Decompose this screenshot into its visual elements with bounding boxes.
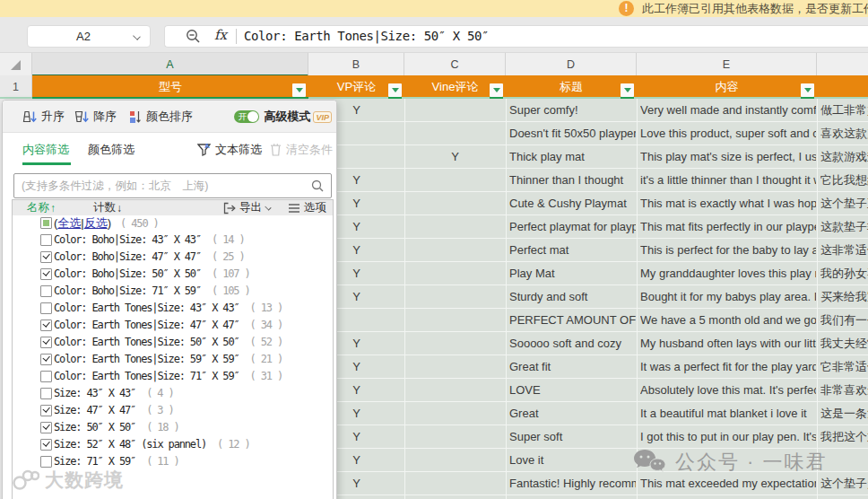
cell-vine-review[interactable] bbox=[404, 309, 506, 331]
select-all-link[interactable]: 全选 bbox=[57, 216, 81, 230]
filter-item-checkbox[interactable] bbox=[40, 405, 52, 416]
cell-title[interactable]: Thinner than I thought bbox=[509, 169, 636, 191]
export-button[interactable]: 导出 bbox=[223, 200, 272, 215]
advanced-mode-toggle[interactable]: 开 bbox=[234, 110, 259, 123]
cell-translation[interactable]: 买来给我宝宝 bbox=[820, 285, 868, 308]
cell-translation[interactable]: 这是一条漂亮 bbox=[820, 402, 868, 425]
header-cell-content[interactable]: 内容 bbox=[637, 75, 817, 99]
filter-dropdown-a[interactable] bbox=[292, 83, 306, 97]
tab-color-filter[interactable]: 颜色筛选 bbox=[88, 133, 135, 166]
filter-item-checkbox[interactable] bbox=[40, 285, 52, 297]
filter-dropdown-e[interactable] bbox=[801, 83, 814, 97]
column-header-b[interactable]: B bbox=[308, 53, 404, 76]
cell-translation[interactable]: 它非常适合游 bbox=[820, 355, 868, 378]
column-header-e[interactable]: E bbox=[637, 53, 817, 76]
cell-title[interactable]: Play Mat bbox=[509, 262, 636, 285]
sort-by-name-button[interactable]: 名称 bbox=[27, 200, 49, 215]
formula-content[interactable]: Color: Earth Tones|Size: 50″ X 50″ bbox=[244, 26, 489, 47]
cell-translation[interactable]: 做工非常好， bbox=[820, 99, 868, 121]
color-sort-button[interactable]: 颜色排序 bbox=[129, 101, 193, 133]
cell-translation[interactable]: 它比我想象的 bbox=[820, 169, 868, 191]
cell-vine-review[interactable] bbox=[404, 285, 506, 308]
cell-content[interactable]: Bought it for my babys play area. I bbox=[640, 285, 816, 308]
filter-item-checkbox[interactable] bbox=[40, 302, 52, 314]
filter-dropdown-c[interactable] bbox=[490, 83, 503, 97]
cell-content[interactable]: We have a 5 month old and we got bbox=[640, 309, 816, 331]
chevron-down-icon[interactable] bbox=[134, 33, 141, 40]
cell-vine-review[interactable] bbox=[404, 379, 506, 401]
cell-name-box[interactable]: A2 bbox=[27, 25, 151, 48]
cell-translation[interactable] bbox=[820, 449, 868, 471]
cell-translation[interactable]: 这款游戏垫的 bbox=[820, 145, 868, 168]
cell-vine-review[interactable] bbox=[404, 402, 506, 425]
column-header-a[interactable]: A bbox=[32, 53, 308, 76]
cell-translation[interactable]: 这个垫子超出 bbox=[820, 472, 868, 495]
filter-dropdown-b[interactable] bbox=[388, 83, 402, 97]
cell-translation[interactable]: 我们有一个5 bbox=[820, 309, 868, 331]
filter-item-checkbox[interactable] bbox=[40, 422, 52, 433]
invert-selection-link[interactable]: 反选 bbox=[84, 216, 108, 230]
options-button[interactable]: 选项 bbox=[288, 200, 326, 215]
cell-vine-review[interactable] bbox=[404, 262, 506, 285]
filter-item-checkbox[interactable] bbox=[40, 388, 52, 399]
filter-item-checkbox[interactable] bbox=[40, 337, 52, 348]
cell-title[interactable]: Super comfy! bbox=[509, 99, 636, 121]
cell-content[interactable]: My husband often lays with our little bbox=[640, 332, 816, 355]
filter-item-checkbox[interactable] bbox=[40, 234, 52, 246]
header-cell-title[interactable]: 标题 bbox=[506, 75, 637, 99]
filter-item-checkbox[interactable] bbox=[40, 371, 52, 382]
filter-item-checkbox[interactable] bbox=[40, 251, 52, 263]
cell-translation[interactable]: 这非常适合宝 bbox=[820, 239, 868, 261]
cell-translation[interactable]: 这款垫子非常 bbox=[820, 215, 868, 238]
cell-title[interactable]: Perfect playmat for playpen bbox=[509, 215, 636, 238]
cell-title[interactable]: Fantastic! Highly recomme bbox=[509, 472, 636, 495]
tab-content-filter[interactable]: 内容筛选 bbox=[22, 133, 69, 166]
filter-item-checkbox[interactable] bbox=[40, 354, 52, 365]
cell-content[interactable]: it's a little thinner than I thought it … bbox=[640, 169, 816, 191]
filter-item-checkbox[interactable] bbox=[40, 320, 52, 331]
filter-item-checkbox[interactable] bbox=[40, 268, 52, 280]
cell-title[interactable]: Thick play mat bbox=[509, 145, 636, 168]
zoom-out-icon[interactable] bbox=[186, 29, 201, 44]
cell-translation[interactable]: 这个垫子正是 bbox=[820, 192, 868, 214]
cell-vine-review[interactable] bbox=[404, 215, 506, 238]
cell-content[interactable]: Very well made and instantly comfy. bbox=[640, 99, 816, 121]
filter-item-checkbox[interactable] bbox=[40, 456, 52, 468]
cell-vine-review[interactable] bbox=[404, 192, 506, 214]
select-all-checkbox[interactable] bbox=[40, 217, 52, 229]
cell-content[interactable]: It a beautiful mat blanket i love it bbox=[640, 402, 816, 425]
cell-vine-review[interactable] bbox=[404, 425, 506, 448]
formula-bar[interactable]: fx Color: Earth Tones|Size: 50″ X 50″ bbox=[164, 25, 868, 48]
fx-icon[interactable]: fx bbox=[214, 27, 227, 43]
cell-title[interactable]: PERFECT AMOUNT OF PAD bbox=[509, 309, 636, 331]
filter-item-checkbox[interactable] bbox=[40, 439, 52, 451]
header-cell-model[interactable]: 型号 bbox=[32, 75, 308, 99]
cell-title[interactable]: Cute & Cushy Playmat bbox=[509, 192, 636, 214]
column-header-d[interactable]: D bbox=[506, 53, 637, 76]
cell-vine-review[interactable] bbox=[404, 99, 506, 121]
cell-vine-review[interactable]: Y bbox=[404, 145, 506, 168]
cell-translation[interactable]: 我丈夫经常和 bbox=[820, 332, 868, 355]
cell-vine-review[interactable] bbox=[404, 169, 506, 191]
cell-title[interactable]: Doesn't fit 50x50 playpen bbox=[509, 122, 636, 144]
cell-title[interactable]: LOVE bbox=[509, 379, 636, 401]
cell-content[interactable]: This is perfect for the baby to lay and bbox=[640, 239, 816, 261]
select-all-corner[interactable] bbox=[0, 53, 32, 76]
cell-title[interactable]: Great fit bbox=[509, 355, 636, 378]
cell-content[interactable]: My granddaughter loves this play ma bbox=[640, 262, 816, 285]
search-input[interactable] bbox=[22, 174, 308, 197]
sort-ascending-button[interactable]: 升序 bbox=[22, 101, 65, 133]
cell-title[interactable]: Great bbox=[509, 402, 636, 425]
cell-content[interactable]: This mat fits perfectly in our playpen bbox=[640, 215, 816, 238]
cell-translation[interactable]: 我把这个放在 bbox=[820, 425, 868, 448]
text-filter-button[interactable]: A 文本筛选 bbox=[197, 133, 262, 166]
cell-vine-review[interactable] bbox=[404, 472, 506, 495]
cell-title[interactable]: Love it bbox=[509, 449, 636, 471]
filter-dropdown-d[interactable] bbox=[621, 83, 634, 97]
cell-title[interactable]: Super soft bbox=[509, 425, 636, 448]
cell-translation[interactable]: 喜欢这款产品 bbox=[820, 122, 868, 144]
cell-content[interactable]: I got this to put in our play pen. It's bbox=[640, 425, 816, 448]
cell-title[interactable]: Sturdy and soft bbox=[509, 285, 636, 308]
cell-vine-review[interactable] bbox=[404, 239, 506, 261]
cell-vine-review[interactable] bbox=[404, 122, 506, 144]
